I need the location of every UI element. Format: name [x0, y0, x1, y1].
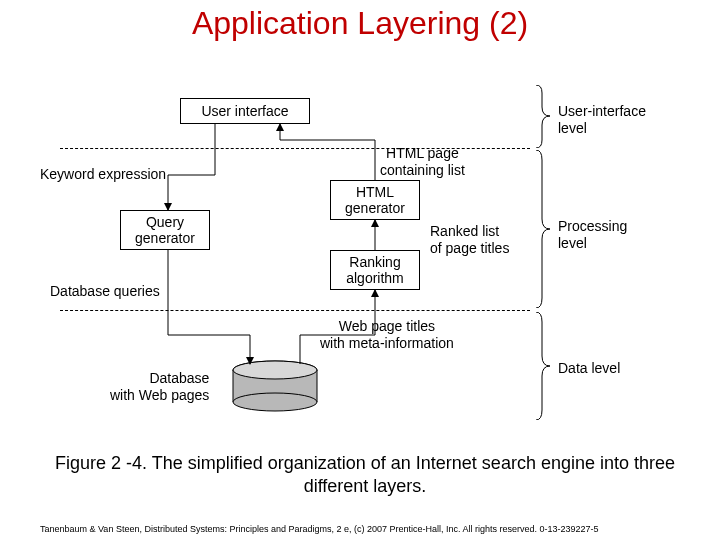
label-ranked-list: Ranked list of page titles	[430, 223, 509, 257]
label-database-with-web-pages: Database with Web pages	[110, 370, 209, 404]
page-title: Application Layering (2)	[0, 5, 720, 42]
label-html-page: HTML page containing list	[380, 145, 465, 179]
brace-processing-level	[534, 150, 552, 308]
diagram-area: User interface HTML generator Query gene…	[40, 70, 680, 430]
brace-ui-level	[534, 85, 552, 148]
label-processing-level: Processing level	[558, 218, 627, 252]
footer-citation: Tanenbaum & Van Steen, Distributed Syste…	[40, 524, 690, 534]
label-ui-level: User-interface level	[558, 103, 646, 137]
brace-data-level	[534, 312, 552, 420]
label-web-page-titles: Web page titles with meta-information	[320, 318, 454, 352]
label-keyword-expression: Keyword expression	[40, 166, 166, 183]
label-database-queries: Database queries	[50, 283, 160, 300]
figure-caption: Figure 2 -4. The simplified organization…	[40, 452, 690, 499]
label-data-level: Data level	[558, 360, 620, 377]
